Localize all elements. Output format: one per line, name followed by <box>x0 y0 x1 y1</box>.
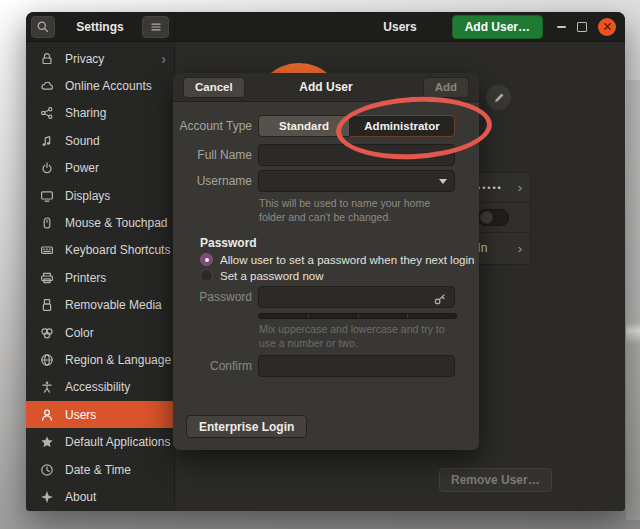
account-type-label: Account Type <box>173 115 252 137</box>
sidebar-item-label: Displays <box>65 189 110 203</box>
printer-icon <box>39 270 55 286</box>
sidebar-item-mouse-touchpad[interactable]: Mouse & Touchpad <box>26 209 174 236</box>
globe-icon <box>39 352 55 368</box>
sidebar-item-label: Printers <box>65 271 106 285</box>
chevron-right-icon: › <box>518 241 522 256</box>
radio-set-now-row[interactable]: Set a password now <box>200 269 324 282</box>
radio-next-login-row[interactable]: Allow user to set a password when they n… <box>200 253 474 266</box>
close-button[interactable] <box>598 18 616 36</box>
sidebar-item-displays[interactable]: Displays <box>26 182 174 209</box>
radio-selected-icon[interactable] <box>200 253 213 266</box>
radio-set-now-label: Set a password now <box>220 270 324 282</box>
sidebar-item-power[interactable]: Power <box>26 155 174 182</box>
menu-button[interactable] <box>142 16 169 38</box>
sidebar-item-label: Privacy <box>65 52 104 66</box>
sidebar-item-label: Sound <box>65 134 100 148</box>
hamburger-icon <box>148 19 164 35</box>
add-user-dialog: Cancel Add User Add Account Type Standar… <box>173 73 479 450</box>
starburst-icon <box>39 489 55 505</box>
sidebar-item-label: Default Applications <box>65 435 170 449</box>
edit-avatar-button[interactable] <box>485 84 512 111</box>
username-combo-input[interactable] <box>258 170 455 192</box>
sidebar-item-sound[interactable]: Sound <box>26 127 174 154</box>
confirm-input[interactable] <box>258 355 455 377</box>
sidebar-item-label: Removable Media <box>65 298 162 312</box>
settings-window: Settings Users Add User… <box>26 12 625 511</box>
add-user-button[interactable]: Add User… <box>452 15 543 39</box>
chevron-right-icon: › <box>518 180 522 195</box>
toggle-knob <box>480 211 493 224</box>
radio-unselected-icon[interactable] <box>200 269 213 282</box>
color-icon <box>39 325 55 341</box>
sidebar-item-about[interactable]: About <box>26 483 174 510</box>
sidebar-item-label: Power <box>65 161 99 175</box>
sidebar-item-users[interactable]: Users <box>26 401 174 428</box>
maximize-icon[interactable] <box>577 22 587 32</box>
account-type-segmented: Standard Administrator <box>258 115 455 137</box>
sidebar-item-label: About <box>65 490 96 504</box>
wallpaper-detail <box>626 80 640 520</box>
headerbar-right: Users Add User… <box>175 12 625 41</box>
automatic-login-toggle[interactable] <box>478 209 509 226</box>
password-hint-text: Mix uppercase and lowercase and try to u… <box>259 323 455 351</box>
remove-user-button[interactable]: Remove User… <box>439 468 552 492</box>
sidebar-item-printers[interactable]: Printers <box>26 264 174 291</box>
password-strength-bar <box>258 313 457 319</box>
minimize-icon[interactable] <box>557 26 566 28</box>
password-dots: ••••• <box>477 183 503 193</box>
enterprise-login-button[interactable]: Enterprise Login <box>186 415 307 438</box>
sidebar-item-default-applications[interactable]: Default Applications <box>26 428 174 455</box>
sidebar-item-accessibility[interactable]: Accessibility <box>26 374 174 401</box>
sidebar-item-color[interactable]: Color <box>26 319 174 346</box>
sidebar-item-label: Users <box>65 408 96 422</box>
mouse-icon <box>39 215 55 231</box>
administrator-option-button[interactable]: Administrator <box>350 115 455 137</box>
generate-password-icon[interactable] <box>432 291 448 307</box>
sidebar-item-privacy[interactable]: Privacy› <box>26 45 174 72</box>
search-icon <box>35 19 51 35</box>
display-icon <box>39 188 55 204</box>
standard-option-button[interactable]: Standard <box>258 115 350 137</box>
sidebar-item-online-accounts[interactable]: Online Accounts <box>26 72 174 99</box>
accessibility-icon <box>39 379 55 395</box>
search-button[interactable] <box>31 16 55 38</box>
flash-drive-icon <box>39 297 55 313</box>
sidebar-nav: Privacy›Online AccountsSharingSoundPower… <box>26 42 175 511</box>
share-icon <box>39 105 55 121</box>
close-icon <box>603 22 612 31</box>
window-controls <box>557 18 616 36</box>
sidebar-item-label: Online Accounts <box>65 79 152 93</box>
sidebar-item-date-time[interactable]: Date & Time <box>26 456 174 483</box>
star-icon <box>39 434 55 450</box>
sidebar-item-label: Date & Time <box>65 463 131 477</box>
dropdown-arrow-icon[interactable] <box>439 179 447 184</box>
confirm-label: Confirm <box>173 355 252 377</box>
add-button[interactable]: Add <box>423 77 469 98</box>
sidebar-item-label: Mouse & Touchpad <box>65 216 168 230</box>
sidebar-item-keyboard-shortcuts[interactable]: Keyboard Shortcuts <box>26 237 174 264</box>
headerbar-left: Settings <box>26 12 175 41</box>
sidebar-item-label: Region & Language <box>65 353 171 367</box>
cloud-icon <box>39 78 55 94</box>
radio-next-login-label: Allow user to set a password when they n… <box>220 254 474 266</box>
sidebar-item-label: Sharing <box>65 106 106 120</box>
chevron-right-icon: › <box>161 52 166 66</box>
clock-icon <box>39 462 55 478</box>
username-label: Username <box>173 170 252 192</box>
dialog-header: Cancel Add User Add <box>173 73 479 102</box>
password-input[interactable] <box>258 286 455 308</box>
sidebar-item-label: Color <box>65 326 94 340</box>
password-label: Password <box>173 286 252 308</box>
sidebar-item-region-language[interactable]: Region & Language <box>26 346 174 373</box>
cancel-button[interactable]: Cancel <box>183 77 245 98</box>
pencil-icon <box>491 90 507 106</box>
lock-icon <box>39 51 55 67</box>
users-icon <box>39 407 55 423</box>
sidebar-item-label: Accessibility <box>65 380 130 394</box>
username-help-text: This will be used to name your home fold… <box>259 197 455 225</box>
power-icon <box>39 160 55 176</box>
sidebar-item-removable-media[interactable]: Removable Media <box>26 292 174 319</box>
desktop-background: Settings Users Add User… <box>0 0 640 529</box>
full-name-input[interactable] <box>258 144 455 166</box>
sidebar-item-sharing[interactable]: Sharing <box>26 100 174 127</box>
